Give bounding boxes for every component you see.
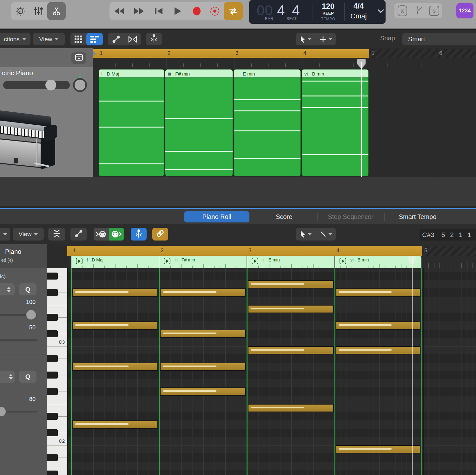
secondary-tool-menu[interactable] — [316, 33, 336, 45]
go-to-beginning-button[interactable] — [149, 2, 168, 20]
forward-button[interactable] — [129, 2, 149, 20]
midi-note[interactable] — [336, 346, 420, 354]
volume-slider-knob[interactable] — [45, 80, 56, 90]
automation-button[interactable] — [108, 33, 124, 45]
region-header-strip[interactable]: I - D Maj — [71, 256, 159, 268]
black-key[interactable] — [47, 330, 58, 337]
show-automation-button[interactable] — [70, 228, 87, 241]
black-key[interactable] — [47, 355, 58, 362]
tuner-button[interactable] — [410, 3, 426, 18]
midi-region[interactable]: iii - F# min — [165, 69, 233, 176]
pointer-tool-menu[interactable] — [296, 228, 316, 241]
track-volume-slider[interactable] — [3, 81, 70, 89]
play-button[interactable] — [168, 2, 188, 20]
editors-button[interactable] — [47, 2, 66, 20]
region-header-strip[interactable]: ii - E min — [247, 256, 334, 268]
quantize-apply-button[interactable]: Q — [19, 283, 36, 295]
midi-note[interactable] — [72, 420, 158, 429]
midi-region[interactable]: vi - B min — [301, 69, 369, 176]
arrange-view-menu[interactable]: View — [33, 33, 65, 45]
lcd-display[interactable]: 00 4 BAR 4 BEAT 120 KEEP TEMPO 4/4 Cmaj — [249, 0, 386, 24]
black-key[interactable] — [47, 314, 58, 321]
tab-step-sequencer[interactable]: Step Sequencer — [318, 211, 383, 222]
midi-note[interactable] — [72, 363, 158, 371]
black-key[interactable] — [47, 413, 58, 420]
midi-note[interactable] — [336, 321, 420, 330]
piano-roll-ruler[interactable] — [67, 246, 422, 256]
velocity-slider[interactable] — [2, 411, 37, 412]
grid-view-button[interactable] — [70, 33, 86, 45]
pencil-tool-menu[interactable] — [316, 228, 336, 241]
rewind-button[interactable] — [109, 2, 129, 20]
midi-note[interactable] — [248, 305, 334, 313]
quantize-value-stepper[interactable] — [0, 283, 15, 295]
strength-slider-1[interactable] — [0, 314, 37, 316]
piano-roll-view-menu[interactable]: View — [13, 228, 44, 241]
region-play-button[interactable] — [340, 258, 346, 264]
tracks-view-button[interactable] — [86, 33, 103, 45]
midi-note[interactable] — [336, 288, 420, 297]
black-key[interactable] — [47, 471, 58, 475]
snap-menu[interactable]: Smart — [402, 33, 476, 45]
record-button[interactable] — [188, 2, 206, 20]
split-at-playhead-button[interactable] — [146, 33, 162, 45]
midi-note[interactable] — [336, 445, 420, 453]
midi-note[interactable] — [248, 346, 334, 354]
midi-note[interactable] — [72, 321, 158, 330]
black-key[interactable] — [47, 454, 58, 461]
master-mute-button[interactable]: X — [394, 3, 410, 18]
track-name[interactable]: ctric Piano — [2, 69, 33, 77]
strength-slider-2[interactable] — [0, 339, 37, 341]
scale-quantize-stepper[interactable]: .. — [0, 371, 15, 383]
scale-quantize-button[interactable]: Q — [19, 371, 36, 383]
midi-note[interactable] — [248, 404, 334, 412]
midi-note[interactable] — [160, 288, 246, 297]
mixer-button[interactable] — [29, 2, 47, 20]
midi-region[interactable]: I - D Maj — [98, 69, 164, 176]
piano-keyboard[interactable]: C3C2 — [47, 268, 68, 475]
marquee-tool-button[interactable] — [124, 33, 141, 45]
pointer-tool-menu[interactable] — [296, 33, 316, 45]
bar-number: 6 — [439, 50, 442, 56]
piano-roll-area[interactable]: 12345I - D Majiii - F# minii - E minvi -… — [67, 244, 476, 475]
black-key[interactable] — [47, 372, 58, 379]
tab-score[interactable]: Score — [254, 211, 314, 222]
functions-menu[interactable]: ctions — [0, 33, 30, 45]
region-play-button[interactable] — [76, 258, 83, 264]
cycle-button[interactable] — [224, 2, 243, 20]
black-key[interactable] — [47, 388, 58, 395]
midi-note[interactable] — [248, 280, 334, 288]
midi-note[interactable] — [72, 288, 158, 297]
capture-record-button[interactable] — [206, 2, 224, 20]
track-catch-button[interactable] — [71, 52, 86, 64]
piano-roll-playhead[interactable] — [412, 258, 413, 475]
count-in-button[interactable]: 1234 — [456, 3, 473, 18]
tab-piano-roll[interactable]: Piano Roll — [184, 211, 249, 222]
midi-in-button[interactable] — [94, 228, 109, 241]
tab-smart-tempo[interactable]: Smart Tempo — [386, 211, 450, 222]
lcd-chevron-icon[interactable] — [378, 9, 384, 15]
arrange-empty-area[interactable] — [0, 177, 476, 206]
collapse-mode-button[interactable] — [48, 228, 65, 241]
midi-note[interactable] — [160, 363, 246, 371]
black-key[interactable] — [47, 429, 58, 436]
split-notes-button[interactable] — [131, 228, 147, 241]
editor-mode-menu[interactable] — [0, 228, 10, 241]
slider-knob[interactable] — [0, 407, 6, 416]
slider-knob[interactable] — [26, 310, 36, 320]
library-dial-button[interactable] — [11, 2, 29, 20]
region-play-button[interactable] — [252, 258, 258, 264]
region-header-strip[interactable]: iii - F# min — [159, 256, 247, 268]
midi-region[interactable]: ii - E min — [234, 69, 301, 176]
midi-note[interactable] — [160, 330, 246, 338]
link-button[interactable] — [152, 228, 168, 241]
piano-roll-tool-group — [296, 228, 336, 241]
midi-out-button[interactable] — [109, 228, 124, 241]
black-key[interactable] — [47, 289, 58, 296]
ruler-disclosure-icon[interactable] — [93, 50, 96, 57]
region-play-button[interactable] — [164, 258, 170, 264]
solo-button[interactable]: S — [426, 3, 442, 18]
black-key[interactable] — [47, 273, 58, 280]
midi-note[interactable] — [160, 387, 246, 396]
track-pan-knob[interactable] — [73, 78, 87, 92]
